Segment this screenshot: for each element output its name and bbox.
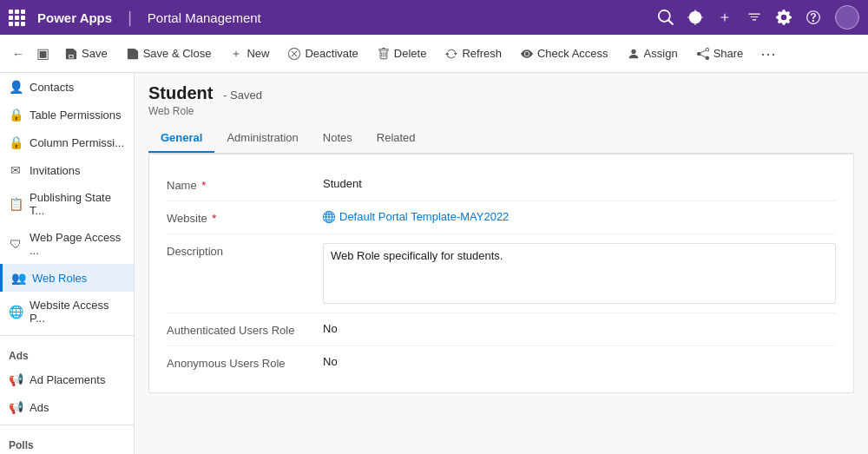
content-area: Student - Saved Web Role General Adminis… (135, 73, 868, 454)
sidebar-item-contacts[interactable]: 👤 Contacts (0, 73, 134, 101)
sidebar-label-table-permissions: Table Permissions (30, 109, 122, 122)
search-icon[interactable] (658, 10, 674, 25)
tab-notes[interactable]: Notes (311, 124, 365, 153)
top-nav-left: Power Apps | Portal Management (9, 9, 261, 27)
help-icon[interactable] (806, 10, 821, 25)
sidebar-item-web-page-access[interactable]: 🛡 Web Page Access ... (0, 224, 134, 264)
label-description: Description (167, 243, 323, 258)
refresh-page-button[interactable]: ▣ (31, 41, 55, 66)
check-access-button[interactable]: Check Access (512, 43, 617, 64)
sidebar-label-web-roles: Web Roles (32, 272, 87, 285)
form-row-auth-users: Authenticated Users Role No (167, 313, 836, 346)
back-button[interactable]: ← (7, 43, 30, 65)
check-access-icon (521, 48, 533, 60)
sidebar-item-column-permissions[interactable]: 🔒 Column Permissi... (0, 128, 134, 156)
ad-placements-icon: 📢 (9, 372, 23, 386)
save-icon (65, 48, 77, 60)
save-close-button[interactable]: Save & Close (118, 43, 220, 64)
form-card: Name * Student Website * Default Portal … (148, 154, 854, 393)
sidebar-label-contacts: Contacts (30, 81, 74, 94)
sidebar-label-website-access: Website Access P... (30, 299, 125, 325)
ads-icon: 📢 (9, 400, 23, 414)
label-website: Website * (167, 210, 323, 225)
app-name: Power Apps (37, 10, 112, 25)
value-website[interactable]: Default Portal Template-MAY2022 (323, 210, 836, 223)
more-options-button[interactable]: ⋯ (755, 42, 781, 66)
top-nav: Power Apps | Portal Management (0, 0, 868, 35)
avatar[interactable] (835, 5, 859, 30)
nav-divider: | (128, 9, 132, 27)
refresh-icon (445, 48, 457, 60)
sidebar: 👤 Contacts 🔒 Table Permissions 🔒 Column … (0, 73, 135, 454)
delete-icon (378, 48, 390, 60)
globe-icon (323, 211, 335, 223)
form-row-website: Website * Default Portal Template-MAY202… (167, 201, 836, 234)
deactivate-icon (288, 48, 300, 60)
refresh-button[interactable]: Refresh (437, 43, 510, 64)
sidebar-item-ad-placements[interactable]: 📢 Ad Placements (0, 365, 134, 393)
publishing-state-icon: 📋 (9, 197, 23, 211)
share-icon (697, 48, 709, 60)
web-roles-icon: 👥 (11, 271, 25, 285)
gear-icon[interactable] (776, 10, 792, 25)
record-saved-status: - Saved (223, 89, 262, 102)
sidebar-item-website-access[interactable]: 🌐 Website Access P... (0, 292, 134, 332)
record-subtitle: Web Role (148, 105, 854, 117)
portal-name: Portal Management (148, 10, 261, 25)
value-name: Student (323, 177, 836, 190)
sidebar-label-column-permissions: Column Permissi... (30, 136, 124, 149)
deactivate-button[interactable]: Deactivate (279, 43, 366, 64)
sidebar-label-ad-placements: Ad Placements (30, 373, 105, 386)
sidebar-item-ads[interactable]: 📢 Ads (0, 393, 134, 421)
plus-icon[interactable] (717, 10, 733, 25)
record-title: Student (148, 83, 213, 102)
column-permissions-icon: 🔒 (9, 135, 23, 149)
sidebar-item-publishing-state[interactable]: 📋 Publishing State T... (0, 184, 134, 224)
save-close-icon (127, 48, 139, 60)
form-row-name: Name * Student (167, 168, 836, 201)
web-page-access-icon: 🛡 (9, 237, 23, 251)
delete-button[interactable]: Delete (369, 43, 436, 64)
value-anon-users: No (323, 355, 836, 368)
sidebar-item-invitations[interactable]: ✉ Invitations (0, 156, 134, 184)
website-link-text: Default Portal Template-MAY2022 (339, 210, 509, 223)
website-access-icon: 🌐 (9, 305, 23, 319)
sidebar-separator-1 (0, 335, 134, 336)
tab-general[interactable]: General (148, 124, 214, 153)
assign-icon (628, 48, 640, 60)
table-permissions-icon: 🔒 (9, 108, 23, 122)
command-bar: ← ▣ Save Save & Close New Deactivate Del… (0, 35, 868, 73)
label-auth-users: Authenticated Users Role (167, 322, 323, 337)
new-icon (230, 48, 242, 60)
value-auth-users: No (323, 322, 836, 335)
settings-icon[interactable] (687, 10, 703, 25)
sidebar-label-publishing-state: Publishing State T... (30, 191, 125, 217)
required-indicator-website: * (212, 212, 216, 225)
assign-button[interactable]: Assign (619, 43, 687, 64)
sidebar-label-invitations: Invitations (30, 164, 81, 177)
share-button[interactable]: Share (688, 43, 753, 64)
invitations-icon: ✉ (9, 163, 23, 177)
tabs: General Administration Notes Related (148, 124, 854, 154)
main-layout: 👤 Contacts 🔒 Table Permissions 🔒 Column … (0, 73, 868, 454)
required-indicator-name: * (201, 179, 206, 192)
sidebar-section-ads: Ads (0, 339, 134, 365)
form-row-description: Description Web Role specifically for st… (167, 234, 836, 313)
value-description[interactable]: Web Role specifically for students. (323, 243, 836, 304)
label-name: Name * (167, 177, 323, 192)
tab-related[interactable]: Related (365, 124, 428, 153)
top-nav-right (658, 5, 859, 30)
contacts-icon: 👤 (9, 80, 23, 94)
waffle-icon[interactable] (9, 10, 25, 26)
save-button[interactable]: Save (56, 43, 116, 64)
sidebar-separator-2 (0, 424, 134, 425)
tab-administration[interactable]: Administration (214, 124, 310, 153)
sidebar-label-ads: Ads (30, 401, 49, 414)
filter-icon[interactable] (746, 10, 762, 25)
record-header: Student - Saved Web Role (148, 83, 854, 117)
sidebar-item-web-roles[interactable]: 👥 Web Roles (0, 264, 134, 292)
sidebar-item-table-permissions[interactable]: 🔒 Table Permissions (0, 101, 134, 128)
label-anon-users: Anonymous Users Role (167, 355, 323, 370)
new-button[interactable]: New (221, 43, 278, 64)
sidebar-section-polls: Polls (0, 429, 134, 454)
